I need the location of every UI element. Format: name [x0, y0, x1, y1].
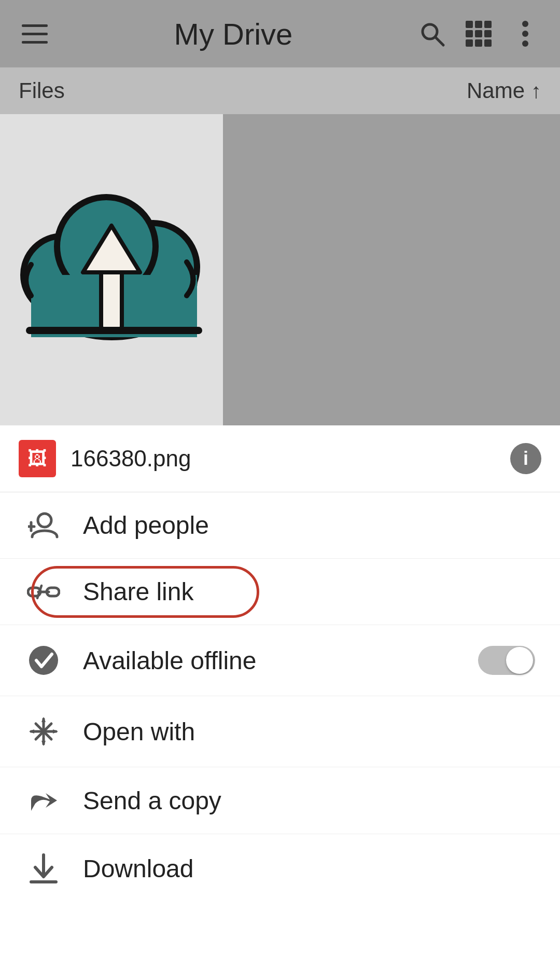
open-with-icon — [25, 715, 62, 748]
svg-marker-29 — [53, 729, 58, 734]
svg-marker-27 — [41, 741, 46, 746]
sort-label: Name — [467, 78, 525, 103]
info-icon: i — [523, 448, 528, 469]
toggle-knob — [506, 647, 533, 674]
svg-point-20 — [29, 646, 58, 675]
app-header: My Drive — [0, 0, 560, 67]
share-forward-icon — [25, 786, 62, 815]
file-info-row: 🖼 166380.png i — [0, 425, 560, 492]
download-icon — [25, 853, 62, 884]
open-with-label: Open with — [83, 717, 195, 746]
file-info-button[interactable]: i — [510, 443, 541, 474]
hamburger-menu-button[interactable] — [17, 16, 53, 52]
file-thumbnail-small: 🖼 — [19, 440, 56, 477]
search-icon — [418, 20, 445, 47]
cloud-upload-illustration — [16, 176, 207, 363]
download-item[interactable]: Download — [0, 834, 560, 903]
image-file-icon: 🖼 — [27, 448, 47, 470]
more-options-icon — [522, 20, 529, 47]
available-offline-label: Available offline — [83, 646, 256, 675]
add-people-item[interactable]: Add people — [0, 492, 560, 559]
files-label: Files — [19, 78, 65, 103]
sub-header: Files Name ↑ — [0, 67, 560, 114]
file-name-label: 166380.png — [71, 446, 496, 472]
file-preview-right — [223, 114, 560, 425]
share-link-item[interactable]: Share link — [0, 559, 560, 625]
file-context-menu: Add people Share link Available offlin — [0, 492, 560, 903]
link-icon — [25, 582, 62, 602]
more-options-button[interactable] — [507, 16, 543, 52]
svg-point-4 — [522, 40, 528, 47]
offline-check-icon — [25, 644, 62, 677]
svg-point-3 — [522, 31, 528, 37]
svg-rect-12 — [26, 327, 202, 334]
send-copy-label: Send a copy — [83, 786, 221, 815]
available-offline-toggle[interactable] — [478, 646, 535, 675]
grid-view-icon — [466, 21, 492, 47]
sort-direction-icon: ↑ — [531, 79, 541, 103]
svg-marker-28 — [29, 729, 34, 734]
svg-point-2 — [522, 21, 528, 27]
page-title: My Drive — [63, 17, 403, 51]
svg-line-1 — [436, 37, 443, 45]
svg-point-13 — [38, 514, 51, 527]
hamburger-icon — [22, 24, 48, 44]
sort-control[interactable]: Name ↑ — [467, 78, 541, 103]
add-people-label: Add people — [83, 511, 209, 540]
share-link-label: Share link — [83, 577, 193, 606]
svg-rect-10 — [101, 267, 122, 329]
send-copy-item[interactable]: Send a copy — [0, 767, 560, 834]
file-thumbnail-large — [0, 114, 223, 425]
search-button[interactable] — [414, 16, 450, 52]
open-with-item[interactable]: Open with — [0, 696, 560, 767]
svg-marker-26 — [41, 717, 46, 722]
download-label: Download — [83, 854, 193, 883]
grid-view-button[interactable] — [460, 16, 497, 52]
available-offline-item[interactable]: Available offline — [0, 625, 560, 696]
file-preview-area — [0, 114, 560, 425]
add-person-icon — [25, 512, 62, 539]
